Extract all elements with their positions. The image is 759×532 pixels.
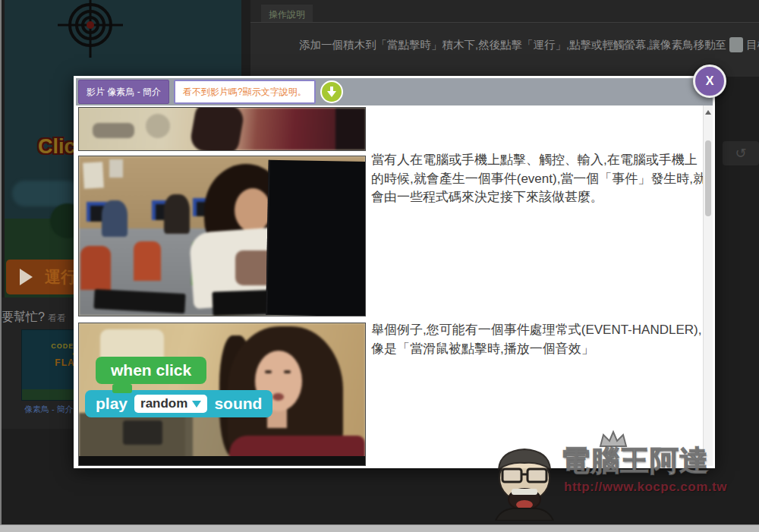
target-inline-image: [729, 37, 743, 52]
page-left-edge: [0, 0, 2, 532]
thumbnail-caption: 像素鳥 - 簡介: [24, 404, 74, 415]
target-icon: [55, 0, 126, 58]
video-still-classroom: [78, 156, 366, 316]
scene-shape: [146, 114, 170, 138]
modal-header: 影片 像素鳥 - 簡介 看不到影片嗎?顯示文字說明。: [76, 78, 713, 105]
help-text-main: 要幫忙?: [2, 310, 45, 323]
video-still-top-scene: [79, 108, 365, 150]
scene-shape: [102, 200, 128, 237]
scene-shape: [272, 393, 284, 401]
modal-scrollbar[interactable]: [703, 105, 713, 466]
download-video-button[interactable]: [320, 80, 343, 103]
video-modal: 影片 像素鳥 - 簡介 看不到影片嗎?顯示文字說明。 X: [74, 76, 715, 468]
scene-shape: [284, 370, 291, 373]
watermark: 電腦王阿達 http://www.kocpc.com.tw: [490, 430, 751, 528]
scene-shape: [164, 194, 190, 234]
letterbox-bar: [79, 456, 365, 465]
play-icon: [20, 269, 33, 285]
watermark-site-url: http://www.kocpc.com.tw: [564, 480, 727, 495]
instructions-panel-body: 添加一個積木到「當點擊時」積木下,然後點擊「運行」,點擊或輕觸螢幕,讓像素鳥移動…: [250, 22, 759, 77]
code-block-dropdown-value: random: [140, 396, 187, 411]
video-still-top: [78, 107, 366, 151]
instruction-text: 添加一個積木到「當點擊時」積木下,然後點擊「運行」,點擊或輕觸螢幕,讓像素鳥移動…: [299, 36, 759, 54]
monitor-shape: [266, 160, 366, 316]
code-block-when-click: when click: [96, 357, 206, 384]
video-title-button[interactable]: 影片 像素鳥 - 簡介: [78, 80, 169, 104]
scene-shape: [109, 159, 123, 178]
help-text: 要幫忙? 看看: [2, 310, 66, 326]
show-text-notes-button[interactable]: 看不到影片嗎?顯示文字說明。: [174, 80, 316, 104]
scene-shape: [265, 370, 272, 373]
code-block-dropdown: random: [134, 395, 207, 413]
scene-shape: [189, 107, 245, 151]
run-button-label: 運行: [45, 266, 77, 288]
scene-shape: [83, 162, 104, 188]
reset-button[interactable]: ↺: [723, 141, 759, 165]
instruction-text-part2: 目標。: [746, 39, 759, 51]
close-button[interactable]: X: [693, 65, 726, 98]
modal-content: when click play random sound 當有人在電腦或手機上點…: [76, 105, 713, 466]
modal-paragraph-2: 舉個例子,您可能有一個事件處理常式(EVENT-HANDLER),像是「當滑鼠被…: [371, 321, 707, 358]
cloud-shape: [12, 181, 80, 206]
scrollbar-up-arrow[interactable]: [705, 110, 711, 115]
scene-shape: [335, 108, 366, 150]
instruction-text-part1: 添加一個積木到「當點擊時」積木下,然後點擊「運行」,點擊或輕觸螢幕,讓像素鳥移動…: [299, 39, 726, 51]
help-text-link[interactable]: 看看: [48, 313, 66, 323]
scene-shape: [93, 123, 134, 138]
video-still-presenter: when click play random sound: [78, 323, 366, 466]
code-block-play-sound: play random sound: [85, 390, 272, 417]
code-block-sound-label: sound: [214, 395, 262, 413]
scrollbar-thumb[interactable]: [705, 140, 711, 216]
scene-shape: [134, 241, 161, 281]
page: Click 運行 要幫忙? 看看 CODE YOUR ◆ FLAPPY 像素鳥 …: [0, 0, 759, 532]
dropdown-arrow-icon: [192, 401, 201, 408]
watermark-site-name: 電腦王阿達: [561, 442, 709, 480]
code-block-tab: [112, 384, 132, 393]
scene-shape: [123, 420, 162, 445]
scene-shape: [235, 188, 271, 232]
download-arrow-icon: [326, 86, 338, 98]
modal-paragraph-1: 當有人在電腦或手機上點擊、觸控、輸入,在電腦或手機上的時候,就會產生一個事件(e…: [371, 151, 707, 207]
instructions-panel: 操作說明 添加一個積木到「當點擊時」積木下,然後點擊「運行」,點擊或輕觸螢幕,讓…: [250, 0, 759, 76]
code-block-play-label: play: [96, 395, 128, 413]
watermark-mascot-icon: [490, 440, 559, 521]
scene-shape: [80, 246, 111, 290]
reset-icon: ↺: [735, 145, 746, 162]
